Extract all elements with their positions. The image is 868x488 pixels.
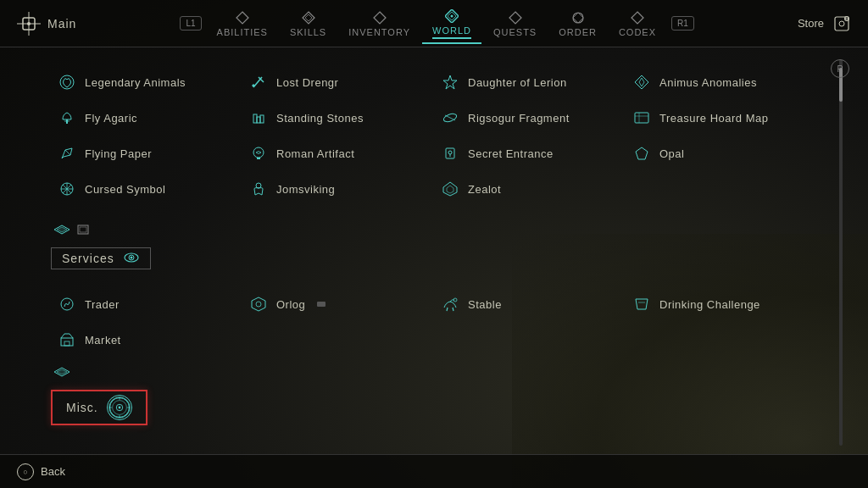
list-item[interactable]: Flying Paper <box>51 136 242 171</box>
l1-button[interactable]: L1 <box>180 16 201 30</box>
svg-marker-5 <box>303 12 314 24</box>
rigsogur-fragment-label: Rigsogur Fragment <box>468 112 570 125</box>
svg-rect-36 <box>257 158 260 159</box>
list-item[interactable]: Cursed Symbol <box>51 171 242 207</box>
list-item[interactable]: Stable <box>434 286 626 322</box>
lost-drengr-icon <box>249 73 268 92</box>
lost-drengr-label: Lost Drengr <box>276 76 338 89</box>
trader-label: Trader <box>85 298 120 311</box>
flying-paper-label: Flying Paper <box>85 147 152 160</box>
quests-label: Quests <box>493 27 537 37</box>
stable-label: Stable <box>468 298 502 311</box>
store-icon: II <box>832 14 851 33</box>
tab-inventory[interactable]: Inventory <box>338 5 420 42</box>
treasure-hoard-map-icon <box>632 108 651 127</box>
svg-rect-26 <box>253 114 257 123</box>
filter-icon-1 <box>53 224 71 236</box>
r1-button[interactable]: R1 <box>671 16 694 30</box>
svg-marker-4 <box>236 12 248 24</box>
rigsogur-fragment-icon <box>441 108 459 127</box>
top-left: Main <box>17 12 76 36</box>
svg-marker-47 <box>443 182 457 196</box>
main-content: Legendary Animals Lost Drengr Daughter o… <box>0 47 868 454</box>
jomsviking-icon <box>249 180 268 198</box>
flying-paper-icon <box>58 144 76 163</box>
back-button[interactable]: ○ Back <box>17 463 65 480</box>
list-item <box>242 322 434 358</box>
list-item[interactable]: Rigsogur Fragment <box>434 100 626 136</box>
main-label: Main <box>47 17 76 30</box>
tab-abilities[interactable]: Abilities <box>207 5 278 42</box>
list-item[interactable]: Standing Stones <box>242 100 434 136</box>
svg-point-58 <box>256 302 261 307</box>
services-eye-icon <box>123 252 140 265</box>
list-item[interactable]: Personal Photo <box>242 444 434 454</box>
svg-point-55 <box>130 257 132 259</box>
inventory-label: Inventory <box>348 27 410 37</box>
list-item[interactable]: Legendary Animals <box>51 64 242 100</box>
tab-order[interactable]: Order <box>548 5 607 42</box>
list-item[interactable]: Opal <box>626 136 817 171</box>
list-item[interactable]: Secret Entrance <box>434 136 626 171</box>
orlog-icon <box>249 295 268 313</box>
animus-anomalies-icon <box>632 73 651 92</box>
list-item[interactable]: Animus Anomalies <box>626 64 817 100</box>
world-icon <box>444 8 459 24</box>
top-right: Store II <box>798 14 851 33</box>
zealot-label: Zealot <box>468 183 501 196</box>
list-item[interactable]: Fly Agaric <box>51 100 242 136</box>
secret-entrance-icon <box>441 144 459 163</box>
services-section-header: Services <box>51 247 151 269</box>
list-item[interactable]: Community Photo <box>51 444 242 454</box>
svg-point-65 <box>109 397 130 418</box>
svg-rect-37 <box>446 148 454 158</box>
list-item[interactable]: Roman Artifact <box>242 136 434 171</box>
legendary-animals-label: Legendary Animals <box>85 76 186 89</box>
svg-rect-62 <box>64 341 70 346</box>
list-item[interactable]: Daily Concept Art <box>434 444 626 454</box>
world-label: World <box>432 25 471 39</box>
misc-section-header[interactable]: Misc. <box>51 390 147 425</box>
fly-agaric-icon <box>58 108 76 127</box>
store-label[interactable]: Store <box>798 17 824 30</box>
list-item[interactable]: Drinking Challenge <box>626 286 817 322</box>
list-item[interactable]: Orlog <box>242 286 434 322</box>
list-item[interactable]: Zealot <box>434 171 626 207</box>
tab-skills[interactable]: Skills <box>280 5 337 42</box>
svg-marker-7 <box>374 12 386 24</box>
svg-point-38 <box>448 151 452 154</box>
jomsviking-label: Jomsviking <box>276 183 335 196</box>
list-item[interactable]: Jomsviking <box>242 171 434 207</box>
legendary-animals-icon <box>58 73 76 92</box>
svg-marker-23 <box>443 75 457 89</box>
tab-world[interactable]: World <box>422 3 481 44</box>
services-items-grid: Trader Orlog Stable Drinking Challenge <box>51 286 817 358</box>
drinking-challenge-label: Drinking Challenge <box>659 298 760 311</box>
svg-marker-11 <box>509 12 521 24</box>
opal-icon <box>632 144 651 163</box>
svg-rect-31 <box>635 113 648 123</box>
svg-point-3 <box>27 22 31 25</box>
svg-point-67 <box>116 404 122 410</box>
daughter-of-lerion-label: Daughter of Lerion <box>468 76 567 89</box>
bottom-bar: ○ Back <box>0 454 868 488</box>
secret-entrance-label: Secret Entrance <box>468 147 554 160</box>
standing-stones-label: Standing Stones <box>276 112 364 125</box>
top-bar: Main L1 Abilities Skills Inventory <box>0 0 868 47</box>
svg-rect-24 <box>66 119 68 124</box>
skills-icon <box>301 10 316 25</box>
list-item[interactable]: Trader <box>51 286 242 322</box>
svg-rect-52 <box>80 227 86 232</box>
misc-items-grid: Community Photo Personal Photo Daily Con… <box>51 444 817 454</box>
filter-icon-2 <box>76 224 90 236</box>
list-item[interactable]: Treasure Hoard Map <box>626 100 817 136</box>
tab-quests[interactable]: Quests <box>483 5 547 42</box>
svg-rect-28 <box>260 115 264 123</box>
tab-codex[interactable]: Codex <box>609 5 666 42</box>
scrollbar[interactable] <box>839 59 843 446</box>
list-item <box>626 322 817 358</box>
svg-point-10 <box>450 14 453 17</box>
list-item[interactable]: Daughter of Lerion <box>434 64 626 100</box>
list-item[interactable]: Lost Drengr <box>242 64 434 100</box>
list-item[interactable]: Market <box>51 322 242 358</box>
